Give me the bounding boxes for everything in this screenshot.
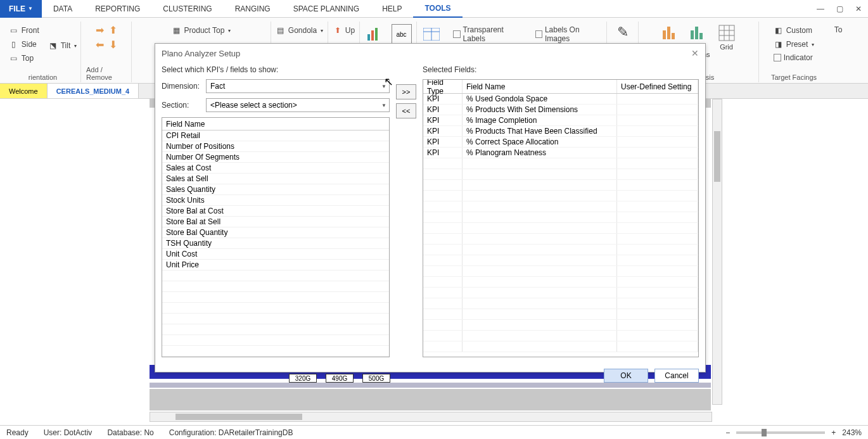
- zoom-level: 243%: [842, 428, 862, 437]
- menu-help[interactable]: HELP: [371, 0, 413, 18]
- list-item[interactable]: Number of Positions: [162, 141, 389, 152]
- pencil-edit-button[interactable]: ✎: [617, 24, 629, 41]
- table-row[interactable]: KPI% Products That Have Been Classified: [423, 126, 698, 137]
- dialog-titlebar: Plano Analyzer Setup ✕: [155, 44, 705, 63]
- arrow-right-icon[interactable]: ➡: [96, 24, 104, 36]
- list-item[interactable]: Number Of Segments: [162, 152, 389, 163]
- top-label: Top: [22, 54, 34, 63]
- list-item[interactable]: Stock Units: [162, 195, 389, 206]
- list-item[interactable]: Store Bal at Sell: [162, 217, 389, 227]
- minimize-button[interactable]: —: [811, 0, 830, 18]
- grid-button[interactable]: Grid: [718, 24, 736, 51]
- menu-data[interactable]: DATA: [42, 0, 84, 18]
- table-icon[interactable]: [422, 24, 440, 44]
- menu-space-planning[interactable]: SPACE PLANNING: [282, 0, 371, 18]
- ok-button[interactable]: OK: [604, 369, 648, 383]
- menu-ranging[interactable]: RANGING: [224, 0, 282, 18]
- list-item[interactable]: Store Bal Quantity: [162, 227, 389, 238]
- status-database: Database: No: [107, 428, 153, 437]
- custom-button[interactable]: ◧Custom: [771, 24, 817, 37]
- caret-down-icon: ▾: [228, 28, 231, 34]
- view-tilt-button[interactable]: ⬔Tilt▾: [46, 39, 80, 52]
- svg-rect-0: [367, 34, 370, 41]
- caret-down-icon: ▼: [28, 6, 33, 11]
- chart-icon[interactable]: [365, 24, 385, 44]
- table-row[interactable]: KPI% Products With Set Dimensions: [423, 105, 698, 115]
- transparent-labels-checkbox[interactable]: Transparent Labels: [453, 24, 522, 44]
- file-label: FILE: [9, 4, 25, 13]
- selected-fields-grid[interactable]: Field Type Field Name User-Defined Setti…: [423, 79, 699, 357]
- zoom-slider[interactable]: [736, 431, 825, 434]
- arrow-up-icon[interactable]: ⬆: [109, 24, 117, 36]
- grid-label: Grid: [720, 43, 733, 51]
- tab-cereals[interactable]: CEREALS_MEDIUM_4: [48, 84, 139, 98]
- list-item[interactable]: Store Bal at Cost: [162, 206, 389, 217]
- checkbox-icon: [453, 30, 460, 38]
- section-combo[interactable]: <Please select a section>▼: [206, 98, 390, 112]
- checkbox-icon: [774, 54, 781, 61]
- to-label: To: [834, 25, 843, 34]
- product-top-button[interactable]: ▦Product Top▾: [169, 24, 234, 37]
- selected-fields-label: Selected Fields:: [423, 65, 699, 74]
- tab-welcome[interactable]: Welcome: [0, 84, 48, 98]
- list-item[interactable]: Unit Cost: [162, 249, 389, 260]
- tilt-icon: ⬔: [48, 41, 58, 51]
- table-row[interactable]: KPI% Correct Space Allocation: [423, 137, 698, 148]
- list-item[interactable]: Sales at Cost: [162, 163, 389, 174]
- side-label: Side: [22, 40, 37, 49]
- group-label-orientation: rientation: [29, 73, 57, 81]
- indicator-button[interactable]: Indicator: [771, 52, 817, 63]
- list-item[interactable]: Sales at Sell: [162, 174, 389, 184]
- maximize-button[interactable]: ▢: [830, 0, 849, 18]
- gondola-button[interactable]: ▤Gondola▾: [273, 24, 326, 37]
- svg-rect-1: [371, 30, 374, 41]
- preset-label: Preset: [786, 40, 808, 49]
- analyzer-icon: [661, 24, 679, 42]
- menu-reporting[interactable]: REPORTING: [84, 0, 151, 18]
- gondola-label: Gondola: [288, 26, 317, 35]
- zoom-in-button[interactable]: +: [831, 428, 836, 437]
- vertical-scrollbar[interactable]: [712, 99, 722, 405]
- cancel-button[interactable]: Cancel: [654, 369, 699, 383]
- side-icon: ▯: [9, 39, 19, 49]
- transparent-label: Transparent Labels: [463, 25, 523, 43]
- horizontal-scrollbar[interactable]: [150, 412, 712, 422]
- section-label: Section:: [162, 101, 200, 110]
- labels-on-images-checkbox[interactable]: Labels On Images: [535, 24, 601, 44]
- list-item[interactable]: Unit Price: [162, 260, 389, 270]
- label-abc-icon[interactable]: abc: [392, 24, 412, 44]
- list-item[interactable]: Sales Quantity: [162, 184, 389, 195]
- front-label: Front: [22, 26, 39, 35]
- menu-tools[interactable]: TOOLS: [413, 0, 462, 18]
- file-menu[interactable]: FILE ▼: [0, 0, 42, 18]
- caret-down-icon: ▾: [321, 28, 323, 34]
- svg-rect-6: [663, 30, 666, 39]
- view-top-button[interactable]: ▭Top: [6, 52, 42, 65]
- checkbox-icon: [535, 30, 542, 38]
- plano-analyzer-dialog: Plano Analyzer Setup ✕ Select which KPI'…: [155, 43, 706, 372]
- table-row[interactable]: KPI% Used Gondola Space: [423, 94, 698, 105]
- arrow-down-icon[interactable]: ⬇: [109, 39, 117, 51]
- arrow-left-icon[interactable]: ⬅: [96, 39, 104, 51]
- list-item[interactable]: CPI Retail: [162, 130, 389, 141]
- view-front-button[interactable]: ▭Front: [6, 24, 42, 37]
- shelf-strip: [150, 383, 711, 388]
- add-field-button[interactable]: >>: [396, 84, 416, 99]
- remove-field-button[interactable]: <<: [396, 103, 416, 118]
- view-side-button[interactable]: ▯Side: [6, 38, 42, 51]
- dialog-close-button[interactable]: ✕: [691, 48, 699, 58]
- close-button[interactable]: ✕: [849, 0, 868, 18]
- up-button[interactable]: ⬆Up: [330, 24, 357, 37]
- table-row[interactable]: KPI% Planogram Neatness: [423, 148, 698, 158]
- list-item[interactable]: TSH Quantity: [162, 238, 389, 249]
- custom-icon: ◧: [774, 25, 784, 35]
- table-row[interactable]: KPI% Image Completion: [423, 115, 698, 126]
- preset-button[interactable]: ◨Preset▾: [771, 38, 817, 51]
- pencil-icon: ✎: [617, 24, 629, 41]
- group-label-target-facings: Target Facings: [771, 73, 817, 81]
- dimension-combo[interactable]: Fact▼: [206, 79, 390, 93]
- zoom-out-button[interactable]: −: [725, 428, 730, 437]
- to-button[interactable]: To: [832, 24, 845, 35]
- menu-clustering[interactable]: CLUSTERING: [151, 0, 223, 18]
- available-fields-list[interactable]: Field Name CPI RetailNumber of Positions…: [162, 117, 390, 357]
